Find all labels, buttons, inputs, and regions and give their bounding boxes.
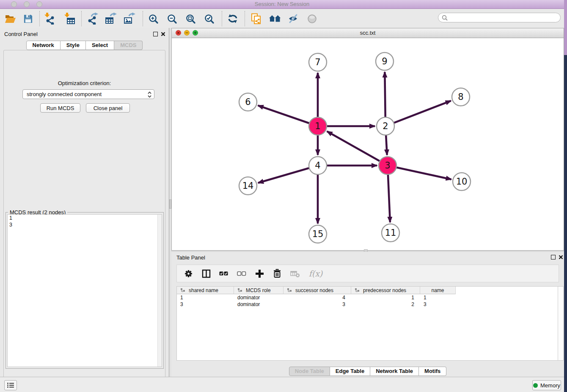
table-row[interactable]: 1dominator411	[177, 294, 563, 301]
table-settings-icon[interactable]	[183, 268, 194, 279]
hide-selected-icon[interactable]	[286, 11, 300, 26]
apply-layout-icon[interactable]	[226, 11, 240, 26]
svg-text:4: 4	[315, 160, 320, 171]
desktop-background	[564, 0, 567, 392]
control-panel-title: Control Panel	[4, 31, 38, 37]
graph-edge[interactable]	[258, 168, 309, 183]
result-line: 3	[8, 221, 162, 228]
new-network-from-selection-icon[interactable]	[249, 11, 263, 26]
network-window: scc.txt 1234678910111415	[171, 28, 564, 251]
run-mcds-button[interactable]: Run MCDS	[40, 103, 80, 113]
status-bar: Memory	[0, 377, 564, 392]
search-input[interactable]	[448, 14, 560, 22]
node-table-body: 1dominator4113dominator323	[177, 294, 563, 308]
svg-text:10: 10	[456, 177, 468, 187]
export-image-icon[interactable]	[122, 11, 137, 26]
graph-node[interactable]: 8	[452, 88, 470, 106]
network-window-titlebar: scc.txt	[172, 28, 564, 38]
table-header: shared name MCDS role successor nodes pr…	[177, 287, 563, 294]
close-table-panel-icon[interactable]	[558, 254, 564, 260]
graph-edge[interactable]	[385, 72, 385, 117]
mcds-result-list[interactable]: 1 3	[7, 214, 162, 367]
float-table-panel-icon[interactable]	[550, 254, 556, 260]
show-all-disabled-icon	[305, 11, 319, 26]
deselect-all-icon[interactable]	[236, 268, 247, 279]
show-columns-icon[interactable]	[201, 268, 212, 279]
close-panel-icon[interactable]	[160, 31, 166, 37]
svg-text:11: 11	[385, 228, 396, 238]
column-header[interactable]: predecessor nodes	[351, 287, 420, 294]
tab-node-table[interactable]: Node Table	[289, 367, 330, 376]
graph-edge[interactable]	[258, 105, 309, 123]
task-history-button[interactable]	[4, 380, 17, 390]
tab-mcds[interactable]: MCDS	[114, 41, 143, 50]
sort-tree-icon	[180, 288, 185, 293]
graph-node[interactable]: 1	[309, 117, 327, 135]
column-header[interactable]: MCDS role	[234, 287, 284, 294]
result-line: 1	[8, 215, 162, 221]
float-panel-icon[interactable]	[152, 31, 158, 37]
svg-text:14: 14	[242, 181, 254, 191]
criterion-select[interactable]: strongly connected component	[22, 89, 154, 99]
import-network-icon[interactable]	[43, 11, 57, 26]
column-header[interactable]: name	[420, 287, 456, 294]
add-column-icon[interactable]	[254, 268, 265, 279]
table-cell: dominator	[234, 301, 284, 308]
tab-network-table[interactable]: Network Table	[370, 367, 419, 376]
zoom-fit-icon[interactable]	[183, 11, 198, 26]
export-table-icon[interactable]	[104, 11, 118, 26]
table-row[interactable]: 3dominator323	[177, 301, 563, 308]
toolbar-separator	[222, 11, 222, 26]
search-field[interactable]	[438, 13, 561, 22]
control-panel-tabs: Network Style Select MCDS	[0, 41, 169, 50]
svg-text:3: 3	[385, 160, 390, 171]
zoom-in-icon[interactable]	[146, 11, 160, 26]
graph-edge[interactable]	[327, 131, 380, 161]
graph-edge[interactable]	[388, 174, 390, 222]
graph-node[interactable]: 10	[453, 173, 471, 190]
criterion-value: strongly connected component	[27, 91, 102, 97]
zoom-selected-icon[interactable]	[202, 11, 216, 26]
graph-node[interactable]: 3	[379, 157, 396, 174]
table-cell: 1	[420, 294, 456, 301]
close-panel-button[interactable]: Close panel	[86, 103, 130, 113]
memory-button[interactable]: Memory	[532, 380, 561, 390]
open-session-icon[interactable]	[3, 11, 17, 26]
tab-motifs[interactable]: Motifs	[419, 367, 446, 376]
select-all-icon[interactable]	[218, 268, 229, 279]
toolbar-separator	[81, 11, 82, 26]
table-scrollbar[interactable]	[558, 287, 563, 360]
graph-node[interactable]: 9	[376, 52, 394, 70]
graph-node[interactable]: 14	[239, 177, 257, 195]
tab-network[interactable]: Network	[26, 41, 61, 50]
export-network-icon[interactable]	[85, 11, 99, 26]
svg-text:15: 15	[312, 229, 324, 239]
graph-node[interactable]: 7	[309, 53, 327, 71]
graph-node[interactable]: 4	[309, 157, 327, 174]
memory-status-icon	[533, 383, 538, 388]
column-header[interactable]: successor nodes	[284, 287, 351, 294]
sort-tree-icon	[237, 288, 242, 293]
network-canvas[interactable]: 1234678910111415	[172, 38, 564, 250]
zoom-out-icon[interactable]	[165, 11, 179, 26]
tab-edge-table[interactable]: Edge Table	[330, 367, 370, 376]
table-cell: dominator	[234, 294, 284, 301]
graph-edge[interactable]	[386, 135, 387, 155]
graph-node[interactable]: 6	[239, 93, 257, 111]
window-title: Session: New Session	[0, 1, 564, 7]
tab-style[interactable]: Style	[61, 41, 86, 50]
graph-node[interactable]: 15	[309, 225, 327, 243]
save-session-icon[interactable]	[21, 11, 35, 26]
import-table-icon[interactable]	[63, 11, 77, 26]
toolbar-separator	[39, 11, 40, 26]
main-toolbar	[0, 9, 564, 28]
graph-node[interactable]: 2	[377, 117, 394, 135]
first-neighbors-icon[interactable]	[268, 11, 282, 26]
delete-columns-icon[interactable]	[272, 268, 283, 279]
graph-edge[interactable]	[394, 101, 451, 123]
result-scrollbar[interactable]	[157, 215, 162, 367]
graph-edge[interactable]	[396, 168, 451, 179]
column-header[interactable]: shared name	[177, 287, 234, 294]
graph-node[interactable]: 11	[382, 224, 399, 242]
tab-select[interactable]: Select	[86, 41, 114, 50]
